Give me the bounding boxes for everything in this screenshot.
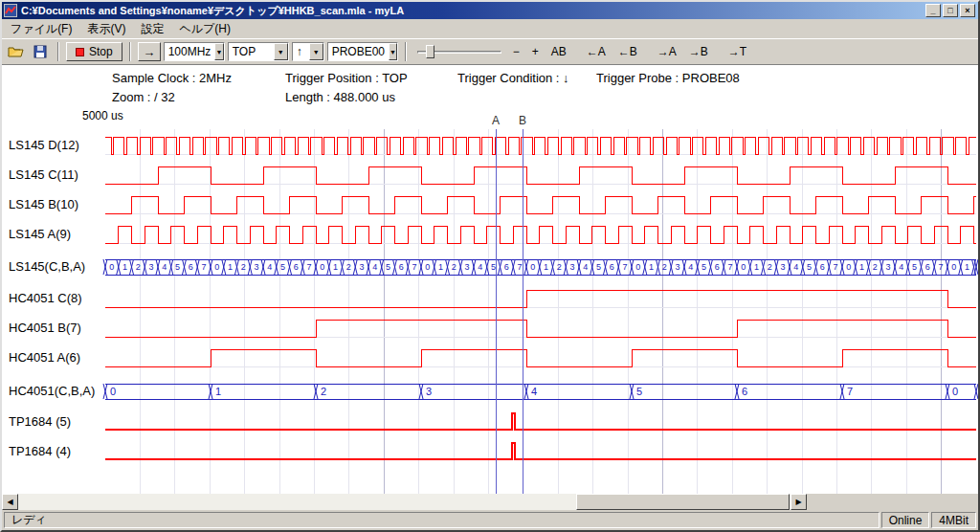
- bus-value: 2: [241, 262, 246, 272]
- titlebar[interactable]: C:¥Documents and Settings¥noname¥デスクトップ¥…: [2, 2, 978, 19]
- status-memory: 4MBit: [931, 512, 976, 528]
- bus-value: 5: [280, 262, 285, 272]
- chevron-down-icon[interactable]: ▼: [214, 43, 223, 60]
- toolbar-separator: [405, 42, 407, 61]
- bus-value: 3: [465, 262, 470, 272]
- waveform-trace: [105, 196, 976, 213]
- status-ready: レディ: [4, 512, 880, 528]
- bus-value: 0: [952, 386, 958, 397]
- bus-value: 4: [531, 386, 537, 397]
- maximize-button[interactable]: □: [943, 4, 958, 17]
- floppy-disk-icon: [33, 45, 47, 58]
- run-button[interactable]: →: [138, 42, 161, 61]
- channel-label: TP1684 (5): [9, 414, 71, 429]
- status-online: Online: [881, 512, 930, 528]
- bus-value: 0: [951, 262, 956, 272]
- minimize-button[interactable]: _: [925, 4, 941, 17]
- bus-value: 7: [202, 262, 207, 272]
- bus-value: 5: [596, 262, 601, 272]
- zoom-in-button[interactable]: +: [527, 43, 544, 60]
- statusbar: レディ Online 4MBit: [2, 510, 978, 530]
- bus-value: 6: [925, 262, 930, 272]
- ab-range-button[interactable]: AB: [546, 43, 571, 60]
- stop-button[interactable]: Stop: [66, 42, 122, 61]
- zoom-slider[interactable]: [417, 43, 501, 60]
- bus-value: 4: [267, 262, 272, 272]
- scroll-thumb[interactable]: [576, 494, 790, 510]
- bus-value: 2: [557, 262, 562, 272]
- next-marker-b-button[interactable]: →B: [684, 43, 713, 60]
- trigger-position-dropdown[interactable]: TOP ▼: [228, 42, 289, 61]
- sample-clock-dropdown[interactable]: 100MHz ▼: [164, 42, 225, 61]
- window-controls: _ □ ×: [925, 4, 975, 17]
- bus-value: 3: [676, 262, 680, 272]
- stop-button-label: Stop: [89, 45, 113, 58]
- menu-help[interactable]: ヘルプ(H): [171, 19, 238, 39]
- bus-value: 7: [939, 262, 944, 272]
- bus-value: 6: [189, 262, 193, 272]
- bus-value: 1: [965, 262, 969, 272]
- goto-trigger-button[interactable]: →T: [724, 43, 751, 60]
- chevron-down-icon[interactable]: ▼: [274, 43, 288, 60]
- marker-label-a: A: [492, 114, 500, 127]
- chevron-down-icon[interactable]: ▼: [309, 43, 323, 60]
- bus-value: 5: [386, 262, 390, 272]
- channel-label: HC4051 A(6): [9, 350, 80, 365]
- probe-dropdown[interactable]: PROBE00 ▼: [327, 42, 398, 61]
- bus-value: 4: [583, 262, 588, 272]
- bus-value: 2: [321, 386, 326, 397]
- bus-value: 5: [807, 262, 812, 272]
- bus-value: 4: [899, 262, 903, 272]
- bus-value: 5: [702, 262, 706, 272]
- window-title: C:¥Documents and Settings¥noname¥デスクトップ¥…: [21, 4, 925, 18]
- bus-value: 7: [834, 262, 838, 272]
- scroll-left-button[interactable]: ◀: [2, 494, 18, 510]
- waveform-trace: [105, 413, 976, 430]
- open-file-button[interactable]: [6, 42, 27, 61]
- bus-value: 3: [426, 386, 432, 397]
- bus-value: 0: [530, 262, 535, 272]
- bus-value: 1: [228, 262, 233, 272]
- app-icon: [4, 4, 17, 17]
- bus-value: 0: [320, 262, 324, 272]
- bus-value: 5: [491, 262, 496, 272]
- bus-value: 1: [754, 262, 759, 272]
- bus-value: 7: [307, 262, 312, 272]
- bus-value: 4: [372, 262, 377, 272]
- app-window: C:¥Documents and Settings¥noname¥デスクトップ¥…: [0, 0, 980, 532]
- next-marker-a-button[interactable]: →A: [653, 43, 681, 60]
- save-button[interactable]: [30, 42, 51, 61]
- chevron-down-icon[interactable]: ▼: [389, 43, 397, 60]
- bus-value: 0: [425, 262, 430, 272]
- menubar: ファイル(F) 表示(V) 設定 ヘルプ(H): [2, 19, 978, 38]
- bus-value: 7: [728, 262, 733, 272]
- bus-value: 3: [781, 262, 786, 272]
- waveform-trace: [105, 320, 976, 337]
- menu-view[interactable]: 表示(V): [79, 19, 133, 39]
- horizontal-scrollbar[interactable]: ◀ ▶: [2, 494, 978, 510]
- open-folder-icon: [8, 45, 25, 58]
- zoom-slider-thumb[interactable]: [426, 45, 434, 58]
- goto-marker-b-button[interactable]: ←B: [613, 43, 642, 60]
- channel-label: LS145 C(11): [9, 167, 78, 182]
- menu-file[interactable]: ファイル(F): [3, 19, 79, 39]
- waveform-trace: [105, 290, 976, 307]
- goto-marker-a-button[interactable]: ←A: [582, 43, 611, 60]
- channel-label: HC4051 C(8): [9, 291, 82, 305]
- bus-value: 7: [623, 262, 628, 272]
- menu-settings[interactable]: 設定: [133, 19, 171, 39]
- bus-value: 1: [333, 262, 338, 272]
- zoom-out-button[interactable]: −: [508, 43, 524, 60]
- channel-label: LS145 A(9): [9, 227, 71, 241]
- bus-value: 0: [846, 262, 851, 272]
- bus-value: 2: [346, 262, 351, 272]
- bus-value: 1: [438, 262, 443, 272]
- bus-value: 7: [518, 262, 523, 272]
- close-button[interactable]: ×: [960, 4, 975, 17]
- trigger-edge-dropdown[interactable]: ↑ ▼: [292, 42, 324, 61]
- bus-value: 2: [768, 262, 772, 272]
- bus-value: 2: [873, 262, 878, 272]
- bus-value: 3: [570, 262, 575, 272]
- scroll-right-button[interactable]: ▶: [791, 494, 807, 510]
- bus-value: 4: [793, 262, 798, 272]
